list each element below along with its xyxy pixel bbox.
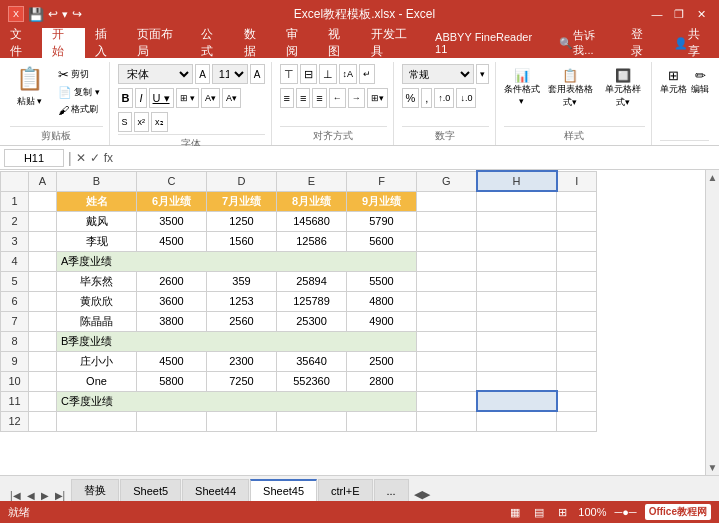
align-bottom-button[interactable]: ⊥ [319, 64, 337, 84]
align-left-button[interactable]: ≡ [280, 88, 294, 108]
cell-c12[interactable] [137, 411, 207, 431]
increase-decimal-button[interactable]: ↑.0 [434, 88, 454, 108]
cell-h7[interactable] [477, 311, 557, 331]
merge-center-button[interactable]: ⊞▾ [367, 88, 388, 108]
cell-h11[interactable] [477, 391, 557, 411]
cell-a2[interactable] [29, 211, 57, 231]
table-format-button[interactable]: 📋 套用表格格式▾ [544, 68, 597, 109]
menu-review[interactable]: 审阅 [276, 28, 318, 58]
grid-scroll-container[interactable]: A B C D E F G H I 1 [0, 170, 705, 475]
font-size-decrease[interactable]: A [195, 64, 210, 84]
cell-h5[interactable] [477, 271, 557, 291]
cell-i11[interactable] [557, 391, 597, 411]
cell-g4[interactable] [417, 251, 477, 271]
cell-d2[interactable]: 1250 [207, 211, 277, 231]
cell-a9[interactable] [29, 351, 57, 371]
menu-formulas[interactable]: 公式 [191, 28, 233, 58]
cell-i4[interactable] [557, 251, 597, 271]
menu-login[interactable]: 登录 [621, 28, 663, 58]
cell-a10[interactable] [29, 371, 57, 391]
col-header-d[interactable]: D [207, 171, 277, 191]
cell-i8[interactable] [557, 331, 597, 351]
cell-e7[interactable]: 25300 [277, 311, 347, 331]
quick-undo[interactable]: ↩ [48, 7, 58, 21]
cell-h12[interactable] [477, 411, 557, 431]
cut-button[interactable]: ✂剪切 [55, 66, 103, 83]
cell-b4[interactable]: A季度业绩 [57, 251, 417, 271]
cancel-formula-icon[interactable]: ✕ [76, 151, 86, 165]
cell-a11[interactable] [29, 391, 57, 411]
cell-g9[interactable] [417, 351, 477, 371]
quick-save[interactable]: 💾 [28, 7, 44, 22]
cell-c10[interactable]: 5800 [137, 371, 207, 391]
format-painter-button[interactable]: 🖌格式刷 [55, 102, 103, 117]
cell-a4[interactable] [29, 251, 57, 271]
font-size-select[interactable]: 11 [212, 64, 248, 84]
cell-f3[interactable]: 5600 [347, 231, 417, 251]
cell-h8[interactable] [477, 331, 557, 351]
quick-undo-arrow[interactable]: ▾ [62, 8, 68, 21]
cell-f10[interactable]: 2800 [347, 371, 417, 391]
cell-h4[interactable] [477, 251, 557, 271]
sheet-tab-sheet45[interactable]: Sheet45 [250, 479, 317, 501]
menu-share[interactable]: 👤 共享 [664, 28, 719, 58]
cell-b7[interactable]: 陈晶晶 [57, 311, 137, 331]
cell-c3[interactable]: 4500 [137, 231, 207, 251]
menu-developer[interactable]: 开发工具 [361, 28, 426, 58]
comma-button[interactable]: , [421, 88, 432, 108]
cell-a12[interactable] [29, 411, 57, 431]
scroll-up-button[interactable]: ▲ [706, 170, 719, 185]
cell-g8[interactable] [417, 331, 477, 351]
cell-i5[interactable] [557, 271, 597, 291]
cell-c1[interactable]: 6月业绩 [137, 191, 207, 211]
cell-g1[interactable] [417, 191, 477, 211]
sheet-nav-next[interactable]: ▶ [39, 490, 51, 501]
cell-i12[interactable] [557, 411, 597, 431]
cell-b11[interactable]: C季度业绩 [57, 391, 417, 411]
col-header-i[interactable]: I [557, 171, 597, 191]
restore-button[interactable]: ❐ [669, 6, 689, 22]
sheet-tab-sheet44[interactable]: Sheet44 [182, 479, 249, 501]
cell-d1[interactable]: 7月业绩 [207, 191, 277, 211]
cell-g11[interactable] [417, 391, 477, 411]
cell-b5[interactable]: 毕东然 [57, 271, 137, 291]
cell-c9[interactable]: 4500 [137, 351, 207, 371]
cell-g10[interactable] [417, 371, 477, 391]
menu-insert[interactable]: 插入 [85, 28, 127, 58]
cell-i1[interactable] [557, 191, 597, 211]
cell-b9[interactable]: 庄小小 [57, 351, 137, 371]
decrease-indent-button[interactable]: ← [329, 88, 346, 108]
col-header-e[interactable]: E [277, 171, 347, 191]
cell-i6[interactable] [557, 291, 597, 311]
sheet-scroll-right[interactable]: ◀ ▶ [414, 488, 430, 501]
align-center-button[interactable]: ≡ [296, 88, 310, 108]
cell-f12[interactable] [347, 411, 417, 431]
vertical-scrollbar[interactable]: ▲ ▼ [705, 170, 719, 475]
menu-page-layout[interactable]: 页面布局 [127, 28, 192, 58]
cell-d5[interactable]: 359 [207, 271, 277, 291]
cell-h1[interactable] [477, 191, 557, 211]
cell-i3[interactable] [557, 231, 597, 251]
cell-i7[interactable] [557, 311, 597, 331]
cell-d7[interactable]: 2560 [207, 311, 277, 331]
cell-d9[interactable]: 2300 [207, 351, 277, 371]
cell-e10[interactable]: 552360 [277, 371, 347, 391]
cell-h3[interactable] [477, 231, 557, 251]
cell-a7[interactable] [29, 311, 57, 331]
cell-reference-input[interactable] [4, 149, 64, 167]
cell-f7[interactable]: 4900 [347, 311, 417, 331]
sheet-nav-last[interactable]: ▶| [53, 490, 68, 501]
number-format-expand[interactable]: ▾ [476, 64, 489, 84]
menu-view[interactable]: 视图 [318, 28, 360, 58]
confirm-formula-icon[interactable]: ✓ [90, 151, 100, 165]
cell-c5[interactable]: 2600 [137, 271, 207, 291]
cell-h2[interactable] [477, 211, 557, 231]
cell-e5[interactable]: 25894 [277, 271, 347, 291]
subscript-button[interactable]: x₂ [151, 112, 168, 132]
insert-cell-button[interactable]: ⊞ 单元格 [660, 68, 687, 96]
cell-b1[interactable]: 姓名 [57, 191, 137, 211]
superscript-button[interactable]: x² [134, 112, 150, 132]
col-header-g[interactable]: G [417, 171, 477, 191]
cell-g7[interactable] [417, 311, 477, 331]
col-header-b[interactable]: B [57, 171, 137, 191]
